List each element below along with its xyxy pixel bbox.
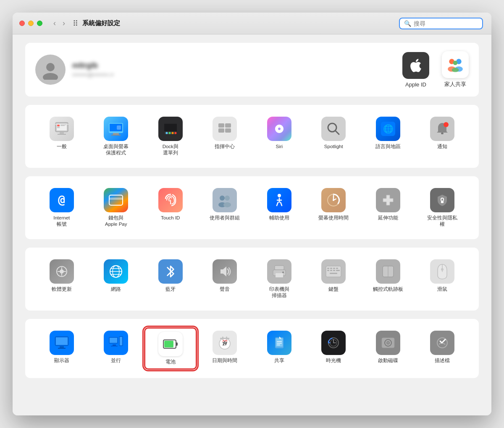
svg-rect-92: [220, 338, 229, 339]
svg-point-107: [387, 342, 388, 343]
pref-accessibility[interactable]: 輔助使用: [253, 185, 306, 231]
search-box[interactable]: 🔍: [399, 18, 483, 29]
pref-internet[interactable]: @ Internet帳號: [35, 185, 88, 231]
apple-id-item[interactable]: Apple ID: [402, 52, 429, 88]
desktop-icon: [104, 117, 128, 141]
svg-point-75: [441, 268, 444, 271]
pref-network[interactable]: 網路: [90, 256, 143, 302]
accessibility-icon: [267, 188, 291, 212]
svg-rect-58: [275, 266, 284, 270]
svg-rect-99: [277, 341, 282, 342]
prefs-grid-4: 顯示器 並行: [35, 327, 469, 370]
user-name: mltrglb: [72, 61, 114, 70]
pref-wallet[interactable]: 錢包與Apple Pay: [90, 185, 143, 231]
pref-dock[interactable]: Dock與選單列: [144, 113, 197, 159]
family-sharing-item[interactable]: 家人共享: [442, 51, 469, 88]
pref-mouse[interactable]: 滑鼠: [416, 256, 469, 302]
svg-rect-67: [327, 270, 329, 271]
pref-startup[interactable]: 啟動磁碟: [362, 327, 415, 370]
pref-security[interactable]: 安全性與隱私權: [416, 185, 469, 231]
svg-line-37: [335, 130, 339, 134]
svg-rect-62: [326, 266, 341, 277]
siri-icon: [267, 117, 291, 141]
svg-rect-83: [111, 346, 118, 347]
accessibility-label: 輔助使用: [269, 215, 289, 221]
software-icon: [50, 259, 74, 284]
pref-profiles[interactable]: 描述檔: [416, 327, 469, 370]
svg-rect-87: [176, 342, 178, 346]
svg-rect-35: [225, 128, 231, 133]
svg-rect-12: [60, 132, 64, 134]
pref-sharing[interactable]: 共享: [253, 327, 306, 370]
internet-label: Internet帳號: [53, 215, 70, 227]
back-button[interactable]: ‹: [51, 18, 58, 29]
dock-icon: [158, 117, 183, 141]
pref-sound[interactable]: 聲音: [199, 256, 252, 302]
screentime-icon: [321, 188, 346, 212]
pref-software[interactable]: 軟體更新: [35, 256, 88, 302]
svg-rect-70: [336, 270, 340, 271]
extensions-label: 延伸功能: [378, 215, 398, 221]
notifications-label: 通知: [437, 144, 447, 150]
pref-language[interactable]: 🌐 語言與地區: [362, 113, 415, 159]
svg-rect-33: [225, 123, 231, 128]
pref-display[interactable]: 顯示器: [35, 327, 88, 370]
maximize-button[interactable]: [37, 21, 42, 26]
pref-battery[interactable]: 電池: [144, 327, 197, 370]
pref-touchid[interactable]: Touch ID: [144, 185, 197, 231]
spotlight-icon: [321, 117, 346, 141]
datetime-icon: JUN 17: [213, 331, 237, 355]
user-email: ••••••••@••••••••.••: [72, 72, 114, 78]
pref-desktop[interactable]: 桌面與螢幕保護程式: [90, 113, 143, 159]
user-right: Apple ID 家人共享: [402, 51, 469, 88]
svg-point-7: [452, 68, 459, 72]
pref-screentime[interactable]: 螢幕使用時間: [307, 185, 360, 231]
startup-icon: [376, 331, 400, 355]
pref-notifications[interactable]: 通知: [416, 113, 469, 159]
search-input[interactable]: [414, 20, 477, 27]
pref-timemachine[interactable]: 時光機: [307, 327, 360, 370]
general-label: 一般: [57, 144, 67, 150]
forward-button[interactable]: ›: [60, 18, 68, 29]
pref-general[interactable]: 一般: [35, 113, 88, 159]
svg-rect-64: [330, 268, 332, 269]
window-title: 系統偏好設定: [82, 19, 120, 27]
grid-icon[interactable]: ⠿: [73, 19, 78, 28]
svg-rect-32: [218, 123, 224, 128]
pref-trackpad[interactable]: 觸控式軌跡板: [362, 256, 415, 302]
language-icon: 🌐: [376, 117, 400, 141]
close-button[interactable]: [19, 21, 25, 26]
pref-users[interactable]: 使用者與群組: [199, 185, 252, 231]
security-icon: [430, 188, 454, 212]
pref-extensions[interactable]: 延伸功能: [362, 185, 415, 231]
pref-datetime[interactable]: JUN 17 日期與時間: [199, 327, 252, 370]
svg-rect-43: [109, 198, 123, 200]
display-icon: [50, 331, 74, 355]
profiles-label: 描述檔: [435, 358, 450, 364]
pref-bluetooth[interactable]: 藍牙: [144, 256, 197, 302]
svg-rect-71: [330, 273, 337, 274]
minimize-button[interactable]: [28, 21, 34, 26]
pref-siri[interactable]: Siri: [253, 113, 306, 159]
svg-point-44: [220, 196, 225, 201]
users-label: 使用者與群組: [210, 215, 240, 221]
svg-rect-50: [441, 201, 444, 203]
svg-rect-79: [58, 348, 66, 349]
pref-printer[interactable]: 印表機與掃描器: [253, 256, 306, 302]
pref-spotlight[interactable]: Spotlight: [307, 113, 360, 159]
content-area: mltrglb ••••••••@••••••••.•• Apple ID: [13, 34, 491, 415]
pref-keyboard[interactable]: 鍵盤: [307, 256, 360, 302]
pref-mission[interactable]: 指揮中心: [199, 113, 252, 159]
avatar[interactable]: [35, 55, 66, 85]
svg-point-45: [225, 196, 230, 201]
pref-sidecar[interactable]: 並行: [90, 327, 143, 370]
mouse-label: 滑鼠: [437, 286, 447, 292]
user-info: mltrglb ••••••••@••••••••.••: [72, 61, 114, 78]
extensions-icon: [376, 188, 400, 212]
svg-point-1: [43, 73, 58, 80]
notifications-icon: [430, 117, 454, 141]
touchid-label: Touch ID: [161, 215, 180, 221]
svg-rect-42: [109, 195, 123, 205]
spotlight-label: Spotlight: [324, 144, 343, 150]
network-label: 網路: [111, 286, 121, 292]
